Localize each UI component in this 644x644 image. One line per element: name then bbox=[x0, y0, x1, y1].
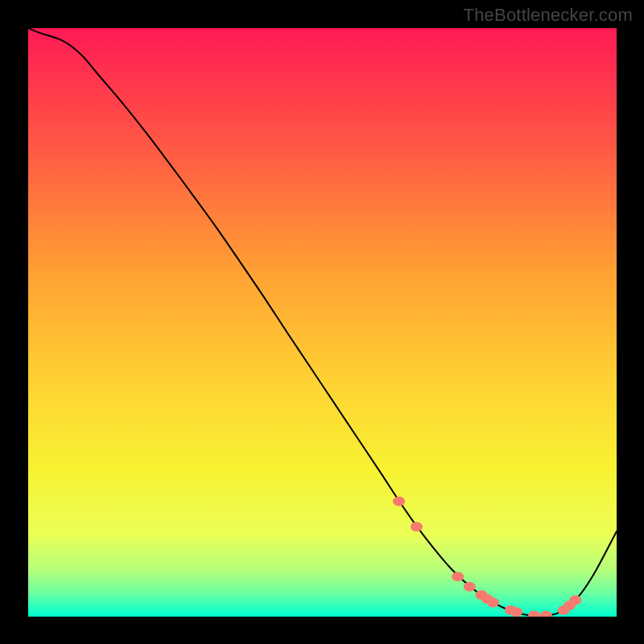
gradient-background bbox=[28, 28, 617, 617]
curve-marker bbox=[486, 597, 498, 607]
watermark-label: TheBottlenecker.com bbox=[464, 5, 633, 26]
curve-marker bbox=[510, 607, 522, 617]
curve-marker bbox=[410, 522, 422, 531]
curve-marker bbox=[463, 581, 475, 591]
chart-svg bbox=[28, 28, 617, 617]
curve-marker bbox=[452, 572, 464, 581]
chart-container: TheBottlenecker.com bbox=[0, 0, 644, 644]
plot-area bbox=[28, 28, 617, 617]
curve-marker bbox=[393, 496, 405, 506]
curve-marker bbox=[569, 595, 581, 605]
